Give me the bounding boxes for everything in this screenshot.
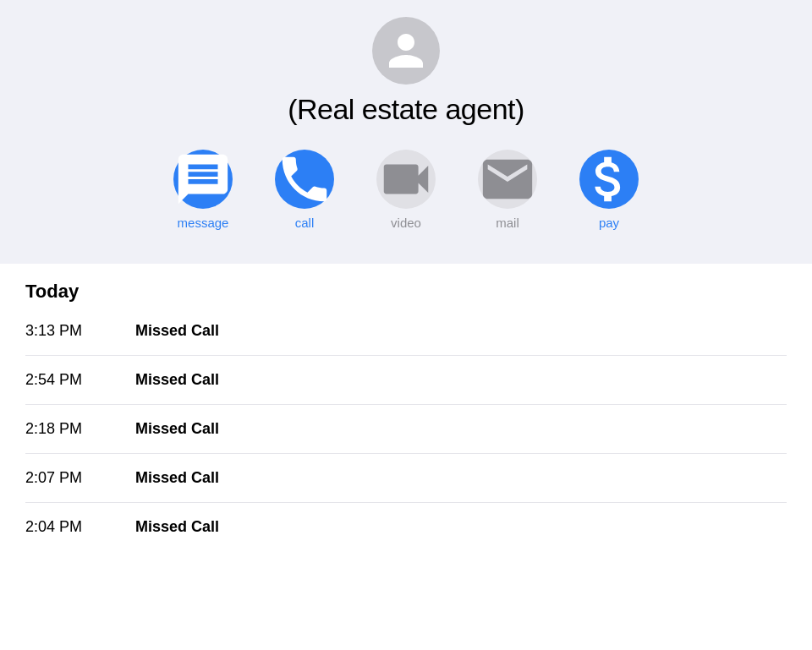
call-label: call: [295, 216, 315, 230]
action-buttons: message call video: [0, 150, 812, 230]
call-label-5: Missed Call: [135, 518, 219, 536]
video-icon: [376, 150, 436, 209]
call-time-4: 2:07 PM: [25, 469, 135, 487]
call-label-4: Missed Call: [135, 469, 219, 487]
mail-btn-circle[interactable]: [478, 150, 537, 209]
call-icon: [275, 150, 334, 209]
mail-button[interactable]: mail: [478, 150, 537, 230]
call-list: 3:13 PM Missed Call 2:54 PM Missed Call …: [25, 307, 787, 551]
call-time-2: 2:54 PM: [25, 371, 135, 389]
video-label: video: [391, 216, 421, 230]
pay-label: pay: [599, 216, 619, 230]
message-icon: [173, 150, 233, 209]
call-btn-circle[interactable]: [275, 150, 334, 209]
message-button[interactable]: message: [173, 150, 233, 230]
message-btn-circle[interactable]: [173, 150, 233, 209]
table-row[interactable]: 2:04 PM Missed Call: [25, 503, 787, 551]
section-title: Today: [25, 281, 787, 303]
table-row[interactable]: 2:18 PM Missed Call: [25, 405, 787, 454]
avatar: [372, 17, 440, 85]
video-btn-circle[interactable]: [376, 150, 436, 209]
avatar-container: [372, 17, 440, 85]
call-label-3: Missed Call: [135, 420, 219, 438]
calls-section: Today 3:13 PM Missed Call 2:54 PM Missed…: [0, 264, 812, 551]
table-row[interactable]: 2:54 PM Missed Call: [25, 356, 787, 405]
call-button[interactable]: call: [275, 150, 334, 230]
header-section: (Real estate agent) message call: [0, 0, 812, 255]
call-label-2: Missed Call: [135, 371, 219, 389]
person-icon: [385, 30, 427, 72]
call-label-1: Missed Call: [135, 322, 219, 340]
video-button[interactable]: video: [376, 150, 436, 230]
call-time-3: 2:18 PM: [25, 420, 135, 438]
message-label: message: [178, 216, 229, 230]
pay-btn-circle[interactable]: [579, 150, 639, 209]
pay-button[interactable]: pay: [579, 150, 639, 230]
mail-label: mail: [496, 216, 519, 230]
pay-icon: [579, 150, 639, 209]
contact-name: (Real estate agent): [288, 93, 524, 126]
table-row[interactable]: 3:13 PM Missed Call: [25, 307, 787, 356]
call-time-1: 3:13 PM: [25, 322, 135, 340]
call-time-5: 2:04 PM: [25, 518, 135, 536]
table-row[interactable]: 2:07 PM Missed Call: [25, 454, 787, 503]
section-divider: [0, 255, 812, 264]
mail-icon: [478, 150, 537, 209]
